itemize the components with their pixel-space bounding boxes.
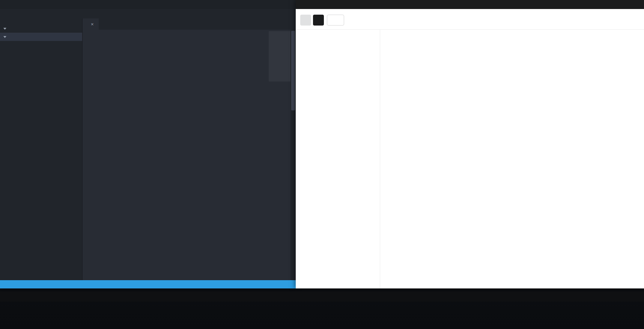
moon-icon: [316, 17, 321, 23]
menu-button[interactable]: [300, 15, 311, 26]
minimize-icon: [265, 3, 268, 6]
chevron-down-icon: [590, 18, 594, 23]
app-launcher-button[interactable]: [3, 291, 17, 302]
close-button[interactable]: [282, 0, 293, 9]
chevron-down-icon: [3, 36, 6, 38]
breadcrumb[interactable]: [327, 15, 344, 26]
notepad-sidebar: [0, 18, 83, 280]
close-button[interactable]: [630, 0, 641, 9]
statusbar-right: [265, 282, 292, 287]
tab-index-html[interactable]: ×: [83, 18, 99, 30]
status-file: [265, 282, 272, 287]
code-editor[interactable]: [83, 30, 296, 280]
fm-filelist: [380, 30, 644, 288]
taskbar: [0, 291, 644, 302]
notepad-statusbar: [0, 280, 296, 288]
restore-icon: [275, 3, 279, 6]
notepad-menubar: [0, 9, 296, 18]
open-editors-section[interactable]: [0, 24, 82, 33]
line-numbers: [83, 31, 102, 280]
file-manager-window: [296, 0, 644, 288]
file-manager-logo-icon: [299, 2, 304, 8]
search-icon: [602, 17, 608, 23]
notepada-logo-icon: [3, 2, 9, 8]
notepada-titlebar: [0, 0, 296, 9]
minimap-viewport: [269, 31, 290, 81]
notepada-window-controls: [261, 0, 293, 9]
minimize-icon: [613, 3, 617, 6]
sidebar-heading: [0, 18, 82, 24]
notepada-window: ×: [0, 0, 296, 288]
fm-sidebar: [296, 30, 380, 288]
tab-close-icon[interactable]: ×: [91, 21, 94, 27]
grid-view-button[interactable]: [613, 17, 625, 23]
sort-dropdown[interactable]: [588, 18, 597, 23]
scrollbar-thumb[interactable]: [291, 31, 295, 110]
hamburger-icon: [303, 17, 308, 23]
maximize-icon: [624, 3, 627, 6]
fm-toolbar: [296, 9, 644, 14]
fm-toolbar-secondary: [296, 14, 644, 30]
list-view-button[interactable]: [627, 17, 639, 23]
maximize-button[interactable]: [620, 0, 630, 9]
close-icon: [286, 3, 289, 6]
file-icon: [265, 282, 269, 287]
minimap[interactable]: [269, 31, 290, 32]
minimize-button[interactable]: [609, 0, 620, 9]
dark-mode-toggle[interactable]: [313, 15, 324, 26]
chevron-down-icon: [3, 28, 6, 30]
search-button[interactable]: [599, 17, 611, 23]
file-manager-titlebar: [296, 0, 644, 9]
minimize-button[interactable]: [261, 0, 272, 9]
list-icon: [630, 17, 636, 23]
grid-icon: [616, 17, 622, 23]
workspace-section[interactable]: [0, 33, 82, 41]
restore-button[interactable]: [272, 0, 282, 9]
code-lines: [102, 31, 268, 280]
file-manager-window-controls: [609, 0, 641, 9]
apps-grid-icon: [7, 294, 12, 299]
editor-tabbar: ×: [83, 18, 296, 30]
swap-icon: [4, 282, 9, 287]
editor-scrollbar[interactable]: [290, 30, 296, 280]
folder-icon: [331, 18, 337, 23]
close-icon: [634, 3, 638, 6]
